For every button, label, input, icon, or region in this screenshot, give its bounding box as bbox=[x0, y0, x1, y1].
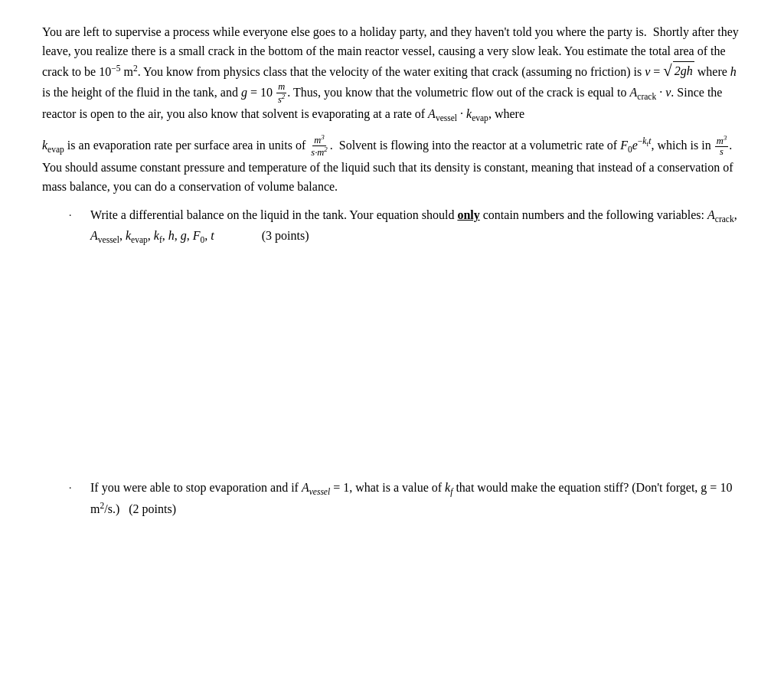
bullet-item-1: · Write a differential balance on the li… bbox=[69, 206, 742, 247]
bullet-content-2: If you were able to stop evaporation and… bbox=[90, 479, 742, 519]
bullet2-text: If you were able to stop evaporation and… bbox=[90, 481, 732, 515]
g-fraction: m s2 bbox=[276, 82, 286, 106]
intro-text: You are left to supervise a process whil… bbox=[42, 25, 739, 120]
points-1: (3 points) bbox=[240, 229, 309, 242]
bullet1-text: Write a differential balance on the liqu… bbox=[90, 208, 737, 242]
main-content: You are left to supervise a process whil… bbox=[42, 23, 742, 519]
bullet-section-1: · Write a differential balance on the li… bbox=[69, 206, 742, 247]
bullet-content-1: Write a differential balance on the liqu… bbox=[90, 206, 742, 247]
bullet-marker-2: · bbox=[69, 479, 90, 496]
bullet-section-2: · If you were able to stop evaporation a… bbox=[69, 479, 742, 519]
bullet-marker-1: · bbox=[69, 206, 90, 224]
intro-paragraph: You are left to supervise a process whil… bbox=[42, 23, 742, 126]
kevap-units: m3 s·m2 bbox=[309, 134, 328, 159]
bullet-item-2: · If you were able to stop evaporation a… bbox=[69, 479, 742, 519]
flow-units: m3 s bbox=[715, 135, 729, 159]
spacer bbox=[42, 255, 742, 469]
kevap-paragraph: kevap is an evaporation rate per surface… bbox=[42, 134, 742, 197]
sqrt-expression: √ 2gh bbox=[663, 61, 694, 81]
